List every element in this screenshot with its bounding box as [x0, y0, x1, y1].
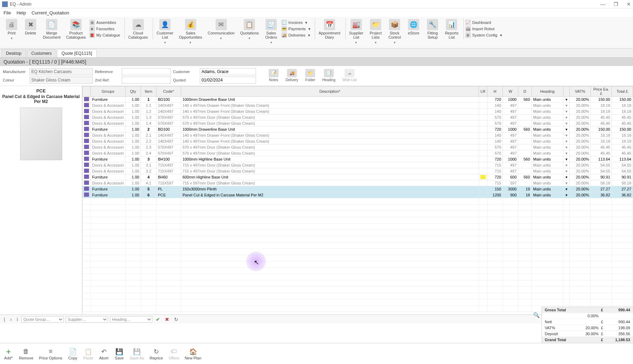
- table-row[interactable]: Doors & Accessori1.001.3570X497570 x 497…: [83, 115, 633, 121]
- empty-row[interactable]: [83, 274, 633, 280]
- table-row[interactable]: Doors & Accessori1.001.2140X497140 x 497…: [83, 109, 633, 115]
- table-row[interactable]: Furniture1.006PCEPanel Cut & Edged in Ca…: [83, 192, 633, 198]
- nav-prev[interactable]: ›: [9, 317, 13, 322]
- reference-field[interactable]: [122, 68, 171, 75]
- heading-dropdown[interactable]: ▾: [563, 180, 570, 186]
- heading-dropdown[interactable]: ▾: [563, 156, 570, 162]
- sales-orders-button[interactable]: 🧾Sales Orders: [262, 18, 280, 40]
- cancel-button[interactable]: ✖: [164, 317, 171, 322]
- comm-dropdown[interactable]: ▾: [219, 37, 223, 41]
- delivery-button[interactable]: 🚚Delivery: [283, 68, 301, 84]
- table-row[interactable]: Doors & Accessori1.002.3570X497570 x 497…: [83, 144, 633, 150]
- communication-button[interactable]: ✉Communication: [205, 18, 236, 36]
- supplier-select[interactable]: Supplier…: [66, 316, 108, 323]
- salesopp-dropdown[interactable]: ▾: [188, 41, 193, 45]
- close-button[interactable]: ✕: [627, 1, 631, 7]
- table-row[interactable]: Doors & Accessori1.002.1140X497140 x 497…: [83, 132, 633, 138]
- quotations-dropdown[interactable]: ▾: [247, 37, 251, 41]
- menu-file[interactable]: File: [4, 10, 11, 15]
- invoices-button[interactable]: 🧾Invoices▾: [281, 20, 311, 25]
- tab-quote[interactable]: Quote [EQ1115]: [57, 49, 97, 57]
- paste-button[interactable]: 📋Paste: [83, 347, 93, 360]
- heading-dropdown[interactable]: ▾: [563, 103, 570, 109]
- reprice-button[interactable]: ↻Reprice: [150, 347, 163, 360]
- favourites-button[interactable]: ★Favourites: [89, 26, 120, 32]
- supplier-dropdown[interactable]: ▾: [354, 41, 358, 45]
- table-row[interactable]: Doors & Accessori1.004.1715X597715 x 597…: [83, 180, 633, 186]
- save-as-button[interactable]: 💾Save As: [130, 347, 144, 360]
- empty-row[interactable]: [83, 242, 633, 249]
- heading-button[interactable]: 📑Heading: [319, 68, 338, 84]
- heading-dropdown[interactable]: ▾: [563, 121, 570, 126]
- table-row[interactable]: Furniture1.002BD1001000mm Drawerline Bas…: [83, 126, 633, 132]
- quote-group-select[interactable]: Quote Group…: [21, 316, 64, 323]
- heading-dropdown[interactable]: ▾: [563, 138, 570, 144]
- tab-customers[interactable]: Customers: [27, 49, 56, 57]
- sales-opportunities-button[interactable]: 💰Sales Opportunities: [177, 18, 204, 40]
- supplier-list-button[interactable]: 🏭Supplier List: [347, 18, 365, 40]
- empty-row[interactable]: [83, 204, 633, 211]
- merge-document-button[interactable]: 📄Merge Document: [41, 18, 63, 40]
- empty-row[interactable]: [83, 198, 633, 204]
- print-dropdown[interactable]: ▾: [9, 37, 14, 41]
- menu-help[interactable]: Help: [17, 10, 26, 15]
- manufacturer-field[interactable]: [30, 68, 93, 75]
- empty-row[interactable]: [83, 255, 633, 261]
- empty-row[interactable]: [83, 211, 633, 217]
- heading-dropdown[interactable]: ▾: [563, 192, 570, 198]
- project-lists-button[interactable]: 📁Project Lists: [367, 18, 384, 40]
- table-row[interactable]: Doors & Accessori1.001.1140X497140 x 497…: [83, 103, 633, 109]
- payments-button[interactable]: 💳Payments▾: [281, 26, 311, 32]
- table-row[interactable]: Doors & Accessori1.002.2140X497140 x 497…: [83, 138, 633, 144]
- cloud-catalogues-button[interactable]: ☁Cloud Catalogues: [126, 18, 150, 40]
- customer-field[interactable]: [200, 68, 256, 75]
- menu-current-quotation[interactable]: Current_Quotation: [32, 10, 69, 15]
- fitting-setup-button[interactable]: 🔧Fitting Setup: [424, 18, 441, 40]
- line-items-grid[interactable]: Groups Qty Item Code* Description* LR H …: [82, 86, 633, 314]
- notes-button[interactable]: 📝Notes: [266, 68, 281, 84]
- empty-row[interactable]: [83, 287, 633, 293]
- remove-button[interactable]: 🗑Remove: [19, 347, 33, 360]
- print-button[interactable]: 🖨Print: [3, 18, 20, 36]
- delete-button[interactable]: ✖Delete: [22, 18, 39, 36]
- table-row[interactable]: Furniture1.005PL150x3000mm Plinth1503000…: [83, 186, 633, 192]
- heading-dropdown[interactable]: ▾: [563, 144, 570, 150]
- empty-row[interactable]: [83, 223, 633, 230]
- empty-row[interactable]: [83, 230, 633, 236]
- my-catalogue-button[interactable]: 📕My Catalogue: [89, 32, 120, 38]
- reports-list-button[interactable]: 📊Reports List: [443, 18, 461, 40]
- empty-row[interactable]: [83, 217, 633, 223]
- refresh-button[interactable]: ↻: [173, 317, 180, 322]
- project-dropdown[interactable]: ▾: [373, 41, 378, 45]
- heading-dropdown[interactable]: ▾: [563, 162, 570, 168]
- tab-desktop[interactable]: Desktop: [1, 49, 26, 57]
- price-options-button[interactable]: ≡Price Options: [39, 347, 62, 360]
- folder-button[interactable]: 📁Folder: [302, 68, 318, 84]
- empty-row[interactable]: [83, 261, 633, 268]
- heading-dropdown[interactable]: ▾: [563, 186, 570, 192]
- system-config-button[interactable]: ⚙System Config▾: [465, 32, 503, 38]
- empty-row[interactable]: [83, 236, 633, 242]
- quotations-button[interactable]: 📋Quotations: [238, 18, 261, 36]
- search-icon[interactable]: 🔍: [533, 312, 539, 318]
- offers-button[interactable]: 🏷Offers: [168, 347, 179, 360]
- table-row[interactable]: Doors & Accessori1.003.2715X497715 x 497…: [83, 168, 633, 174]
- appointment-diary-button[interactable]: 📅Appointment Diary: [316, 18, 343, 40]
- save-button[interactable]: 💾Save: [114, 347, 124, 360]
- maximize-button[interactable]: ❐: [614, 1, 618, 7]
- stock-dropdown[interactable]: ▾: [392, 41, 397, 45]
- apply-button[interactable]: ✔: [154, 317, 161, 322]
- dashboard-button[interactable]: 📈Dashboard: [465, 20, 503, 25]
- table-row[interactable]: Doors & Accessori1.002.4570X497570 x 497…: [83, 150, 633, 156]
- customer-list-button[interactable]: 👤Customer List: [154, 18, 175, 40]
- deliveries-button[interactable]: 🚚Deliveries▾: [281, 32, 311, 38]
- add-button[interactable]: +Add*: [4, 347, 13, 360]
- wishlist-button[interactable]: ☁Wish List: [340, 68, 360, 84]
- import-robot-button[interactable]: 🤖Import Robot: [465, 26, 503, 32]
- minimize-button[interactable]: —: [600, 1, 605, 7]
- customer-dropdown[interactable]: ▾: [163, 41, 167, 45]
- empty-row[interactable]: [83, 293, 633, 299]
- heading-dropdown[interactable]: ▾: [563, 174, 570, 180]
- heading-dropdown[interactable]: ▾: [563, 168, 570, 174]
- heading-dropdown[interactable]: ▾: [563, 132, 570, 138]
